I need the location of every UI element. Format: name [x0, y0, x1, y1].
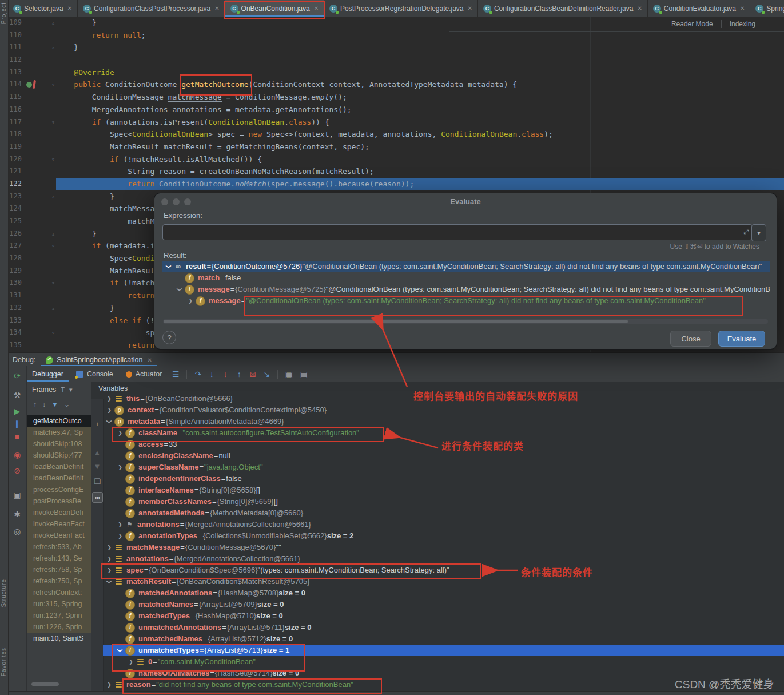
frame-row[interactable]: run:1237, Sprin — [27, 610, 91, 621]
editor-line[interactable]: 110return null; — [8, 29, 784, 42]
expression-history-dropdown[interactable]: ▾ — [751, 224, 766, 241]
editor-tab[interactable]: CSelector.java✕ — [8, 0, 78, 17]
view-breakpoints-icon[interactable]: ◉ — [10, 448, 24, 461]
fold-icon[interactable]: ▿ — [49, 240, 57, 252]
frame-row[interactable]: invokeBeanDefi — [27, 507, 91, 518]
editor-line[interactable]: 117▿if (annotations.isPresent(Conditiona… — [8, 116, 784, 129]
variable-row[interactable]: ❯matchMessage = {ConditionMessage@5670} … — [103, 542, 784, 553]
frame-row[interactable]: matches:47, Sp — [27, 427, 91, 438]
variable-row[interactable]: ❯0 = "com.saint.MyConditionBean" — [103, 656, 784, 668]
fold-icon[interactable]: ▵ — [49, 302, 57, 315]
variable-row[interactable]: funmatchedAnnotations = {ArrayList@5711}… — [103, 622, 784, 633]
editor-line[interactable]: 120▿if (!matchResult.isAllMatched()) { — [8, 153, 784, 166]
move-watch-down-icon[interactable]: ▼ — [91, 462, 103, 471]
layouts-icon[interactable]: ▤ — [297, 370, 311, 379]
frame-row[interactable]: run:1226, Sprin — [27, 621, 91, 633]
chevron-collapsed-icon[interactable]: ❯ — [105, 542, 113, 553]
frame-row[interactable]: run:315, Spring — [27, 598, 91, 610]
thread-filter[interactable]: T — [61, 386, 65, 393]
chevron-expanded-icon[interactable]: ❯ — [174, 285, 185, 293]
mute-breakpoints-icon[interactable]: ⊘ — [10, 464, 24, 477]
show-watches-icon[interactable]: ∞ — [92, 492, 103, 503]
sidebar-item-favorites[interactable]: Favorites — [1, 648, 7, 676]
step-into-icon[interactable]: ↓ — [205, 370, 218, 379]
fold-icon[interactable]: ▵ — [49, 17, 57, 29]
editor-line[interactable]: 115ConditionMessage matchMessage = Condi… — [8, 91, 784, 104]
frame-row[interactable]: loadBeanDefinit — [27, 461, 91, 472]
fold-icon[interactable]: ▿ — [49, 153, 57, 166]
frame-row[interactable]: invokeBeanFact — [27, 530, 91, 541]
close-icon[interactable]: ✕ — [637, 5, 642, 11]
result-row[interactable]: ❯fmessage = {ConditionMessage@5725} "@Co… — [162, 284, 770, 295]
fold-icon[interactable]: ▿ — [49, 116, 57, 129]
variable-row[interactable]: fmatchedTypes = {HashMap@5710} size = 0 — [103, 610, 784, 622]
variable-row[interactable]: ❯⚑annotations = {MergedAnnotationsCollec… — [103, 519, 784, 530]
step-out-icon[interactable]: ↑ — [232, 370, 246, 379]
close-icon[interactable]: ✕ — [214, 5, 219, 11]
variable-row[interactable]: fmatchedNames = {ArrayList@5709} size = … — [103, 599, 784, 610]
frame-row[interactable]: shouldSkip:477 — [27, 450, 91, 461]
variable-row[interactable]: fmatchedAnnotations = {HashMap@5708} siz… — [103, 587, 784, 599]
result-row[interactable]: fmatch = false — [162, 272, 770, 284]
chevron-collapsed-icon[interactable]: ❯ — [186, 295, 194, 307]
frame-row[interactable]: refreshContext: — [27, 587, 91, 598]
fold-icon[interactable]: ▿ — [49, 277, 57, 289]
variable-row[interactable]: finterfaceNames = {String[0]@5658} [] — [103, 484, 784, 496]
frame-row[interactable]: invokeBeanFact — [27, 518, 91, 530]
frame-row[interactable]: shouldSkip:108 — [27, 438, 91, 450]
editor-line[interactable]: 116MergedAnnotations annotations = metad… — [8, 104, 784, 116]
close-icon[interactable]: ✕ — [314, 5, 319, 11]
rerun-icon[interactable]: ⟳ — [10, 370, 24, 382]
editor-tab[interactable]: CPostProcessorRegistrationDelegate.java✕ — [324, 0, 478, 17]
variable-row[interactable]: ❯spec = {OnBeanCondition$Spec@5696} "(ty… — [103, 565, 784, 576]
close-icon[interactable]: ✕ — [147, 357, 152, 363]
chevron-expanded-icon[interactable]: ❯ — [114, 646, 126, 654]
editor-line[interactable]: 121String reason = createOnBeanNoMatchRe… — [8, 165, 784, 178]
editor-line[interactable]: 113@Override — [8, 66, 784, 79]
help-button[interactable]: ? — [162, 331, 176, 344]
remove-watch-icon[interactable]: − — [91, 434, 103, 442]
frame-row[interactable]: refresh:750, Sp — [27, 575, 91, 587]
chevron-expanded-icon[interactable]: ❯ — [104, 418, 115, 426]
expression-input[interactable]: ConditionOutcome.noMatch(spec.message().… — [162, 224, 753, 240]
editor-line[interactable]: 122return ConditionOutcome.noMatch(spec.… — [8, 178, 784, 190]
reader-mode-label[interactable]: Reader Mode — [671, 20, 713, 28]
chevron-collapsed-icon[interactable]: ❯ — [116, 519, 124, 530]
chevron-collapsed-icon[interactable]: ❯ — [105, 393, 113, 404]
variable-row[interactable]: ❯pcontext = {ConditionEvaluator$Conditio… — [103, 404, 784, 416]
expand-icon[interactable]: ⤢ — [743, 225, 749, 240]
chevron-collapsed-icon[interactable]: ❯ — [105, 404, 113, 416]
variable-row[interactable]: ❯pmetadata = {SimpleAnnotationMetadata@4… — [103, 416, 784, 427]
frame-up-icon[interactable]: ↑ — [33, 400, 37, 408]
frames-filter-funnel-icon[interactable]: ▼ — [51, 400, 58, 408]
editor-tab[interactable]: CConditionEvaluator.java✕ — [648, 0, 750, 17]
frame-row[interactable]: refresh:143, Se — [27, 553, 91, 564]
chevron-collapsed-icon[interactable]: ❯ — [116, 462, 124, 473]
close-icon[interactable]: ✕ — [740, 5, 745, 11]
editor-line[interactable]: 114▿public ConditionOutcome getMatchOutc… — [8, 78, 784, 91]
editor-line[interactable]: 112 — [8, 54, 784, 66]
variable-row[interactable]: ❯matchResult = {OnBeanCondition$MatchRes… — [103, 576, 784, 587]
tab-debugger[interactable]: Debugger — [26, 366, 69, 382]
fold-icon[interactable]: ▿ — [49, 327, 57, 339]
variable-row[interactable]: ❯fclassName = "com.saint.autoconfigure.T… — [103, 427, 784, 439]
chevron-expanded-icon[interactable]: ❯ — [163, 263, 174, 271]
drop-frame-icon[interactable]: ⊠ — [246, 370, 260, 379]
variable-row[interactable]: ❯fannotationTypes = {Collections$Unmodif… — [103, 530, 784, 542]
tab-actuator[interactable]: Actuator — [120, 366, 168, 382]
sidebar-item-structure[interactable]: Structure — [1, 579, 7, 607]
frame-row[interactable]: refresh:758, Sp — [27, 564, 91, 575]
fold-icon[interactable]: ▵ — [49, 190, 57, 203]
variable-row[interactable]: ❯funmatchedTypes = {ArrayList@5713} size… — [103, 645, 784, 656]
close-icon[interactable]: ✕ — [468, 5, 472, 11]
settings-wrench-icon[interactable]: ⚒ — [10, 389, 24, 402]
editor-tab[interactable]: COnBeanCondition.java✕ — [225, 0, 324, 17]
frame-row[interactable]: processConfigE — [27, 484, 91, 495]
result-row[interactable]: ❯∞result = {ConditionOutcome@5726} "@Con… — [162, 261, 770, 272]
variable-row[interactable]: findependentInnerClass = false — [103, 473, 784, 484]
frames-dropdown-icon[interactable]: ⌄ — [64, 400, 70, 408]
frames-scrollbar[interactable] — [31, 682, 59, 686]
editor-tab[interactable]: CSpringBootConditio — [750, 0, 784, 17]
chevron-collapsed-icon[interactable]: ❯ — [105, 679, 113, 690]
frame-row[interactable]: refresh:533, Ab — [27, 541, 91, 553]
